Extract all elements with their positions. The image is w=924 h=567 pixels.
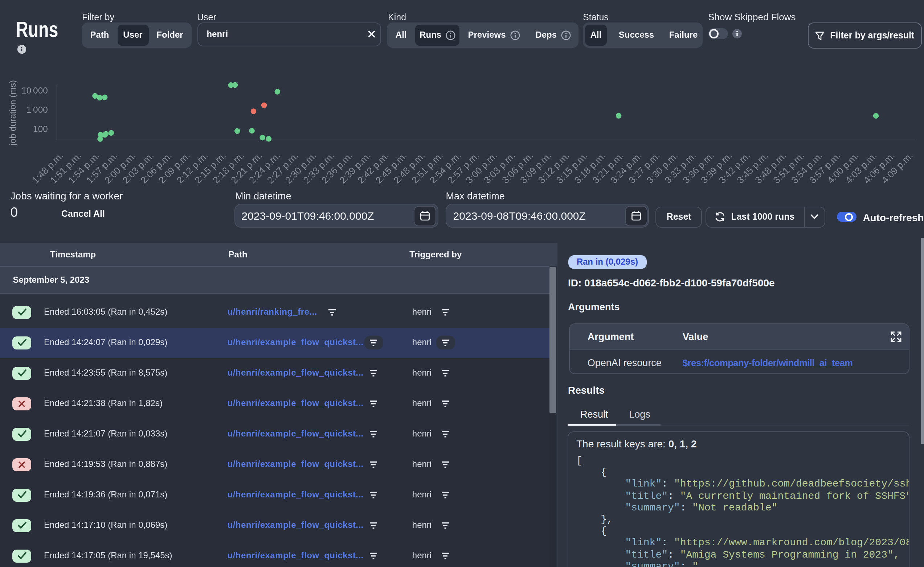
svg-text:job duration (ms): job duration (ms) <box>8 80 17 146</box>
svg-text:100: 100 <box>33 124 48 134</box>
svg-text:1 000: 1 000 <box>27 105 48 114</box>
svg-text:10 000: 10 000 <box>21 86 48 95</box>
